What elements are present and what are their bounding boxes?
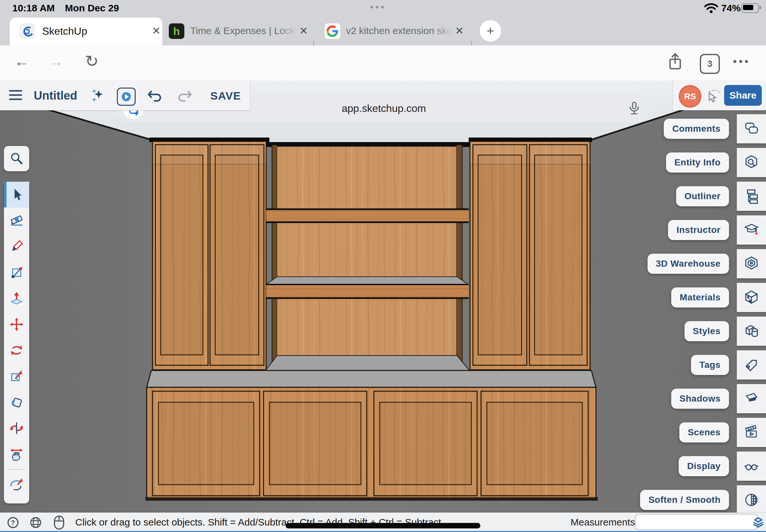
upper-left-cabinet[interactable] (152, 141, 266, 370)
panel-item-display[interactable]: Display (558, 452, 766, 481)
tags-icon[interactable] (737, 350, 766, 380)
counter-top[interactable] (147, 370, 596, 387)
line-tool[interactable] (4, 234, 29, 260)
panel-item-tags[interactable]: Tags (558, 350, 766, 380)
zoom-tool[interactable] (4, 146, 29, 171)
magnifier-icon (9, 151, 24, 166)
rotate-axis-icon (9, 421, 24, 436)
soften-smooth-icon[interactable] (737, 485, 766, 514)
tool-rail (4, 182, 29, 503)
ipad-screen: 10:18 AM Mon Dec 29 ••• 74% SketchUp ✕ (0, 0, 766, 532)
save-button[interactable]: SAVE (210, 90, 241, 102)
pan-tool[interactable] (4, 441, 29, 467)
materials-icon[interactable] (737, 283, 766, 312)
sketchup-favicon (19, 23, 35, 39)
eraser-tool[interactable] (4, 208, 29, 234)
display-icon[interactable] (737, 452, 766, 481)
panel-label[interactable]: Shadows (671, 389, 729, 409)
browser-menu-icon[interactable]: ••• (733, 55, 750, 68)
tutorial-play-button[interactable] (117, 88, 136, 106)
undo-button[interactable] (147, 89, 163, 103)
avatar[interactable]: RS (679, 85, 701, 108)
move-tool[interactable] (4, 311, 29, 337)
back-button[interactable]: ← (14, 54, 29, 69)
status-bar-bottom: ? Click or drag to select objects. Shift… (0, 513, 766, 532)
tab-title: SketchUp (42, 25, 87, 37)
document-title[interactable]: Untitled (34, 89, 77, 103)
help-icon[interactable]: ? (6, 515, 20, 530)
entity-info-icon[interactable] (737, 148, 766, 177)
tab-harvest[interactable]: h Time & Expenses | Locki ✕ (169, 18, 311, 45)
orbit-icon (9, 477, 24, 492)
close-tab-icon[interactable]: ✕ (152, 25, 161, 37)
tab-count: 3 (707, 59, 712, 69)
tab-sketchup[interactable]: SketchUp ✕ (10, 18, 162, 45)
rotate-tool[interactable] (4, 337, 29, 363)
multitask-dots-icon[interactable]: ••• (370, 2, 386, 13)
orbit-tool[interactable] (4, 472, 29, 498)
redo-button[interactable] (176, 89, 193, 103)
panel-label[interactable]: Soften / Smooth (640, 490, 729, 510)
styles-icon[interactable] (737, 317, 766, 346)
clock: 10:18 AM (12, 3, 55, 14)
shapes-tool[interactable] (4, 260, 29, 285)
mouse-icon[interactable] (53, 515, 66, 530)
measurements-input[interactable] (635, 514, 758, 530)
close-tab-icon[interactable]: ✕ (299, 25, 308, 37)
rectangle-icon (9, 265, 24, 280)
pan-hand-icon (9, 447, 24, 462)
share-icon[interactable] (666, 52, 684, 72)
scenes-icon[interactable] (737, 418, 766, 447)
panel-label[interactable]: 3D Warehouse (648, 254, 729, 274)
tab-switcher-button[interactable]: 3 (700, 54, 720, 74)
plus-icon: + (487, 24, 494, 38)
hamburger-menu-icon[interactable] (8, 89, 23, 102)
panel-item-materials[interactable]: Materials (558, 283, 766, 312)
panel-item-comments[interactable]: Comments (558, 114, 766, 143)
close-tab-icon[interactable]: ✕ (455, 25, 464, 37)
ai-sparkle-icon[interactable] (90, 88, 105, 103)
tab-kitchen-search[interactable]: v2 kitchen extension ske ✕ (324, 18, 468, 45)
instructor-icon[interactable] (737, 215, 766, 245)
warehouse-icon[interactable] (737, 249, 766, 278)
panel-item-shadows[interactable]: Shadows (558, 384, 766, 413)
center-open-shelves[interactable] (265, 145, 469, 370)
forward-button[interactable]: → (49, 54, 64, 69)
panel-item-soften-smooth[interactable]: Soften / Smooth (558, 485, 766, 514)
panel-label[interactable]: Comments (664, 119, 729, 139)
home-indicator[interactable] (286, 523, 480, 528)
panel-item-entity-info[interactable]: Entity Info (558, 148, 766, 177)
scale-tool[interactable] (4, 363, 29, 389)
paint-bucket-tool[interactable] (4, 389, 29, 415)
select-tool[interactable] (4, 182, 29, 208)
battery-percent: 74% (721, 3, 741, 14)
panel-label[interactable]: Outliner (676, 186, 729, 206)
reload-button[interactable]: ↻ (85, 53, 99, 69)
panel-label[interactable]: Styles (685, 321, 729, 341)
panel-item-3d-warehouse[interactable]: 3D Warehouse (558, 249, 766, 278)
panel-item-styles[interactable]: Styles (558, 317, 766, 346)
share-button[interactable]: Share (724, 85, 762, 106)
push-pull-tool[interactable] (4, 285, 29, 311)
panel-label[interactable]: Display (679, 456, 729, 476)
select-arrow-icon (9, 187, 24, 202)
microphone-icon[interactable] (626, 101, 642, 116)
shadows-icon[interactable] (737, 384, 766, 413)
globe-icon[interactable] (29, 515, 43, 530)
comments-icon[interactable] (737, 114, 766, 143)
spin-tool[interactable] (4, 415, 29, 441)
panel-item-outliner[interactable]: Outliner (558, 182, 766, 211)
sketchup-header-right: RS Share (673, 80, 766, 110)
panel-label[interactable]: Instructor (668, 220, 729, 240)
panel-label[interactable]: Entity Info (666, 152, 729, 173)
collaboration-cursor-icon[interactable] (705, 86, 722, 104)
base-cabinet[interactable] (145, 387, 598, 501)
new-tab-button[interactable]: + (480, 20, 501, 42)
panel-label[interactable]: Tags (691, 355, 729, 375)
panel-item-instructor[interactable]: Instructor (558, 215, 766, 245)
outliner-icon[interactable] (737, 182, 766, 211)
panel-label[interactable]: Materials (671, 287, 729, 308)
panel-item-scenes[interactable]: Scenes (558, 418, 766, 447)
url-text[interactable]: app.sketchup.com (342, 103, 426, 115)
panel-label[interactable]: Scenes (679, 422, 729, 442)
